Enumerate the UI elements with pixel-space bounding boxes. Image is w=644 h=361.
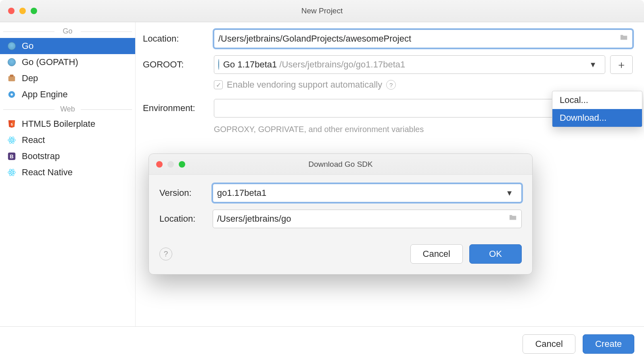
gopher-icon xyxy=(7,58,16,67)
titlebar: New Project xyxy=(0,0,644,22)
download-sdk-dialog: Download Go SDK Version: go1.17beta1 ▾ L… xyxy=(148,153,533,275)
goroot-value: Go 1.17beta1 xyxy=(223,59,277,70)
download-cancel-button[interactable]: Cancel xyxy=(410,244,463,264)
sidebar-item-dep[interactable]: Dep xyxy=(0,70,135,86)
version-value: go1.17beta1 xyxy=(217,188,266,198)
download-body: Version: go1.17beta1 ▾ Location: /Users/… xyxy=(149,175,532,228)
sidebar-item-bootstrap[interactable]: B Bootstrap xyxy=(0,148,135,164)
sidebar-item-label: HTML5 Boilerplate xyxy=(22,119,95,129)
sidebar-item-label: Go (GOPATH) xyxy=(22,57,78,67)
sidebar-item-go[interactable]: Go xyxy=(0,38,135,54)
sidebar-item-react-native[interactable]: React Native xyxy=(0,164,135,180)
download-dialog-title: Download Go SDK xyxy=(308,160,372,169)
menu-item-local[interactable]: Local... xyxy=(552,91,642,109)
chevron-down-icon: ▾ xyxy=(585,59,601,70)
goroot-label: GOROOT: xyxy=(143,59,214,70)
menu-item-download[interactable]: Download... xyxy=(552,109,642,127)
minimize-window-button[interactable] xyxy=(19,8,26,14)
cancel-button[interactable]: Cancel xyxy=(523,334,575,354)
zoom-window-button[interactable] xyxy=(31,8,37,14)
help-icon[interactable]: ? xyxy=(159,248,172,260)
sidebar-group-web: Web xyxy=(0,105,135,113)
sidebar: Go Go Go (GOPATH) Dep App Engine Web 5 xyxy=(0,22,136,326)
bootstrap-icon: B xyxy=(7,152,16,161)
goroot-path: /Users/jetbrains/go/go1.17beta1 xyxy=(279,59,405,70)
sidebar-item-react[interactable]: React xyxy=(0,132,135,148)
location-row: Location: /Users/jetbrains/GolandProject… xyxy=(143,29,633,48)
add-sdk-menu: Local... Download... xyxy=(552,91,642,127)
window-title: New Project xyxy=(301,6,343,15)
sidebar-item-label: React xyxy=(22,135,45,145)
download-titlebar: Download Go SDK xyxy=(149,154,532,175)
minimize-window-button xyxy=(167,161,174,168)
vendoring-label: Enable vendoring support automatically xyxy=(227,80,382,90)
html5-icon: 5 xyxy=(7,120,16,128)
sidebar-item-label: App Engine xyxy=(22,89,68,100)
react-icon xyxy=(7,168,16,177)
location-input[interactable]: /Users/jetbrains/GolandProjects/awesomeP… xyxy=(214,29,633,48)
sidebar-item-appengine[interactable]: App Engine xyxy=(0,86,135,103)
sidebar-item-gopath[interactable]: Go (GOPATH) xyxy=(0,54,135,70)
dep-icon xyxy=(7,74,16,83)
close-window-button[interactable] xyxy=(8,8,15,14)
svg-point-8 xyxy=(11,139,13,141)
download-location-value: /Users/jetbrains/go xyxy=(217,214,291,224)
environment-label: Environment: xyxy=(143,103,214,113)
sidebar-item-label: Go xyxy=(22,41,33,51)
plus-icon: ＋ xyxy=(616,58,627,72)
download-location-label: Location: xyxy=(159,214,213,224)
close-window-button[interactable] xyxy=(156,161,163,168)
react-icon xyxy=(7,136,16,145)
sidebar-group-go: Go xyxy=(0,27,135,36)
download-location-input[interactable]: /Users/jetbrains/go xyxy=(213,210,522,228)
gopher-icon xyxy=(7,42,16,50)
svg-text:B: B xyxy=(10,153,13,160)
sidebar-item-label: Bootstrap xyxy=(22,151,60,162)
goroot-row: GOROOT: Go 1.17beta1 /Users/jetbrains/go… xyxy=(143,55,633,74)
footer: Cancel Create xyxy=(0,326,644,361)
sidebar-item-html5[interactable]: 5 HTML5 Boilerplate xyxy=(0,116,135,132)
location-label: Location: xyxy=(143,34,214,44)
vendoring-checkbox[interactable]: ✓ xyxy=(214,80,223,89)
add-sdk-button[interactable]: ＋ xyxy=(610,55,633,74)
help-icon[interactable]: ? xyxy=(386,80,396,90)
appengine-icon xyxy=(7,90,16,99)
window-controls xyxy=(8,8,37,14)
chevron-down-icon: ▾ xyxy=(501,188,517,198)
svg-rect-1 xyxy=(10,75,13,77)
create-button[interactable]: Create xyxy=(583,334,634,354)
sidebar-item-label: React Native xyxy=(22,167,73,178)
window-controls xyxy=(156,161,185,168)
svg-point-14 xyxy=(11,172,13,173)
gopher-icon xyxy=(218,59,219,70)
sidebar-item-label: Dep xyxy=(22,73,38,84)
download-ok-button[interactable]: OK xyxy=(469,244,522,264)
vendoring-row: ✓ Enable vendoring support automatically… xyxy=(214,80,633,90)
version-select[interactable]: go1.17beta1 ▾ xyxy=(213,184,522,202)
zoom-window-button[interactable] xyxy=(179,161,185,168)
svg-point-3 xyxy=(10,93,13,96)
location-value: /Users/jetbrains/GolandProjects/awesomeP… xyxy=(218,34,411,44)
download-footer: ? Cancel OK xyxy=(149,235,532,274)
folder-icon[interactable] xyxy=(619,33,628,44)
svg-rect-0 xyxy=(8,76,15,82)
svg-text:5: 5 xyxy=(10,122,13,126)
version-label: Version: xyxy=(159,188,213,198)
folder-icon[interactable] xyxy=(508,213,517,225)
goroot-select[interactable]: Go 1.17beta1 /Users/jetbrains/go/go1.17b… xyxy=(214,55,605,74)
